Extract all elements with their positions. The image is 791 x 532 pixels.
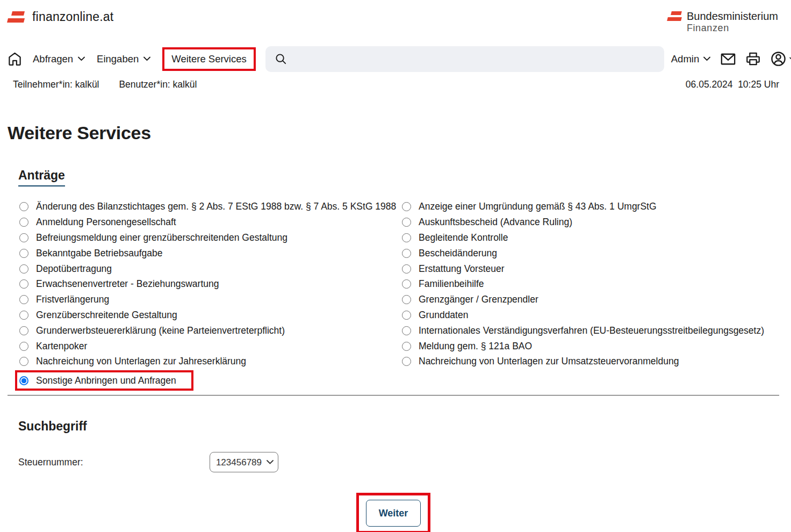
radio-option-label: Nachreichung von Unterlagen zur Jahreser… bbox=[36, 356, 246, 367]
section-divider bbox=[8, 395, 779, 396]
ministry-logo: Bundesministerium Finanzen bbox=[667, 10, 778, 34]
radio-option-label: Erwachsenenvertreter - Beziehungswartung bbox=[36, 278, 219, 290]
radio-input[interactable] bbox=[19, 311, 28, 320]
radio-option-label: Erstattung Vorsteuer bbox=[419, 263, 505, 275]
user-menu[interactable] bbox=[771, 51, 791, 67]
radio-input[interactable] bbox=[19, 264, 28, 274]
participant-label: Teilnehmer*in: bbox=[13, 79, 73, 90]
radio-option-label: Bescheidänderung bbox=[419, 248, 497, 259]
radio-input[interactable] bbox=[402, 218, 411, 227]
radio-input[interactable] bbox=[19, 218, 28, 227]
radio-option[interactable]: Fristverlängerung bbox=[8, 292, 402, 307]
radio-option-label: Anzeige einer Umgründung gemäß § 43 Abs.… bbox=[419, 201, 657, 212]
radio-option[interactable]: Begleitende Kontrolle bbox=[402, 230, 779, 246]
radio-input[interactable] bbox=[402, 233, 411, 242]
chevron-down-icon bbox=[703, 56, 710, 61]
radio-option[interactable]: Depotübertragung bbox=[8, 261, 402, 277]
annotation-box-selected-option: Sonstige Anbringen und Anfragen bbox=[15, 370, 193, 391]
radio-option-label: Fristverlängerung bbox=[36, 294, 109, 305]
radio-option-label: Auskunftsbescheid (Advance Ruling) bbox=[419, 217, 572, 228]
radio-option-label: Depotübertragung bbox=[36, 263, 112, 275]
printer-icon[interactable] bbox=[746, 52, 760, 66]
search-section-title: Suchbegriff bbox=[18, 419, 779, 434]
radio-option[interactable]: Meldung gem. § 121a BAO bbox=[402, 339, 779, 354]
radio-option[interactable]: Änderung des Bilanzstichtages gem. § 2 A… bbox=[8, 199, 402, 215]
radio-option[interactable]: Befreiungsmeldung einer grenzüberschreit… bbox=[8, 230, 402, 246]
radio-input[interactable] bbox=[402, 264, 411, 274]
radio-input[interactable] bbox=[402, 342, 411, 351]
radio-option-label: Grunddaten bbox=[419, 310, 468, 321]
radio-input[interactable] bbox=[19, 295, 28, 304]
radio-option[interactable]: Nachreichung von Unterlagen zur Jahreser… bbox=[8, 354, 402, 370]
radio-option[interactable]: Bekanntgabe Betriebsaufgabe bbox=[8, 246, 402, 261]
radio-option-label: Änderung des Bilanzstichtages gem. § 2 A… bbox=[36, 201, 396, 212]
user-icon bbox=[771, 51, 786, 67]
radio-option[interactable]: Grunddaten bbox=[402, 307, 779, 323]
radio-option-label: Grunderwerbsteuererklärung (keine Partei… bbox=[36, 325, 285, 336]
radio-input[interactable] bbox=[402, 311, 411, 320]
radio-option[interactable]: Internationales Verständigungsverfahren … bbox=[402, 323, 779, 339]
mail-icon[interactable] bbox=[721, 53, 736, 65]
radio-option[interactable]: Grenzüberschreitende Gestaltung bbox=[8, 307, 402, 323]
radio-option-label: Internationales Verständigungsverfahren … bbox=[419, 325, 764, 336]
steuernummer-select-wrap: 123456789 bbox=[210, 452, 278, 472]
radio-option-label: Begleitende Kontrolle bbox=[419, 232, 508, 243]
radio-input[interactable] bbox=[402, 357, 411, 366]
radio-option-label: Grenzüberschreitende Gestaltung bbox=[36, 310, 177, 321]
radio-option[interactable]: Grenzgänger / Grenzpendler bbox=[402, 292, 779, 307]
radio-input[interactable] bbox=[402, 279, 411, 289]
radio-option[interactable]: Familienbeihilfe bbox=[402, 277, 779, 292]
radio-option-label: Familienbeihilfe bbox=[419, 278, 484, 290]
navbar-right-group: Admin bbox=[671, 51, 791, 67]
radio-input[interactable] bbox=[402, 326, 411, 335]
steuernummer-row: Steuernummer: 123456789 bbox=[8, 452, 779, 472]
radio-input[interactable] bbox=[19, 376, 28, 385]
radio-input[interactable] bbox=[19, 342, 28, 351]
antraege-column-right: Anzeige einer Umgründung gemäß § 43 Abs.… bbox=[402, 199, 779, 370]
admin-menu[interactable]: Admin bbox=[671, 53, 710, 65]
nav-item-label: Eingaben bbox=[97, 53, 139, 65]
radio-input[interactable] bbox=[19, 357, 28, 366]
radio-option[interactable]: Auskunftsbescheid (Advance Ruling) bbox=[402, 214, 779, 230]
radio-input[interactable] bbox=[19, 233, 28, 242]
radio-option-label: Meldung gem. § 121a BAO bbox=[419, 341, 532, 352]
radio-option[interactable]: Kartenpoker bbox=[8, 339, 402, 354]
austria-flag-icon bbox=[667, 11, 681, 21]
radio-option[interactable]: Erstattung Vorsteuer bbox=[402, 261, 779, 277]
top-bar: finanzonline.at Bundesministerium Finanz… bbox=[0, 0, 791, 34]
chevron-down-icon bbox=[78, 56, 85, 61]
search-input[interactable] bbox=[265, 46, 664, 72]
nav-item-weitere-services[interactable]: Weitere Services bbox=[171, 53, 246, 65]
radio-input[interactable] bbox=[19, 326, 28, 335]
radio-option[interactable]: Bescheidänderung bbox=[402, 246, 779, 261]
radio-option-label: Anmeldung Personengesellschaft bbox=[36, 217, 176, 228]
radio-option[interactable]: Erwachsenenvertreter - Beziehungswartung bbox=[8, 277, 402, 292]
nav-item-label: Weitere Services bbox=[171, 53, 246, 65]
site-logo[interactable]: finanzonline.at bbox=[8, 10, 113, 24]
radio-option[interactable]: Nachreichung von Unterlagen zur Umsatzst… bbox=[402, 354, 779, 370]
radio-option-label: Nachreichung von Unterlagen zur Umsatzst… bbox=[419, 356, 679, 367]
admin-label: Admin bbox=[671, 53, 699, 65]
weiter-button[interactable]: Weiter bbox=[366, 500, 421, 527]
radio-option[interactable]: Sonstige Anbringen und Anfragen bbox=[19, 373, 176, 387]
radio-input[interactable] bbox=[402, 202, 411, 211]
radio-input[interactable] bbox=[19, 202, 28, 211]
radio-option[interactable]: Grunderwerbsteuererklärung (keine Partei… bbox=[8, 323, 402, 339]
main-content: Weitere Services Anträge Änderung des Bi… bbox=[0, 123, 791, 532]
radio-input[interactable] bbox=[402, 295, 411, 304]
radio-option[interactable]: Anmeldung Personengesellschaft bbox=[8, 214, 402, 230]
section-title-antraege[interactable]: Anträge bbox=[18, 168, 65, 186]
radio-option-label: Bekanntgabe Betriebsaufgabe bbox=[36, 248, 162, 259]
radio-option-label: Befreiungsmeldung einer grenzüberschreit… bbox=[36, 232, 287, 243]
nav-item-eingaben[interactable]: Eingaben bbox=[97, 53, 150, 65]
radio-option[interactable]: Anzeige einer Umgründung gemäß § 43 Abs.… bbox=[402, 199, 779, 215]
radio-input[interactable] bbox=[19, 279, 28, 289]
home-icon[interactable] bbox=[8, 52, 22, 66]
radio-input[interactable] bbox=[402, 249, 411, 258]
radio-option-label: Grenzgänger / Grenzpendler bbox=[419, 294, 538, 305]
chevron-down-icon bbox=[143, 56, 150, 61]
nav-item-abfragen[interactable]: Abfragen bbox=[33, 53, 85, 65]
steuernummer-select[interactable]: 123456789 bbox=[210, 452, 278, 472]
ministry-name: Bundesministerium bbox=[687, 10, 778, 23]
radio-input[interactable] bbox=[19, 249, 28, 258]
